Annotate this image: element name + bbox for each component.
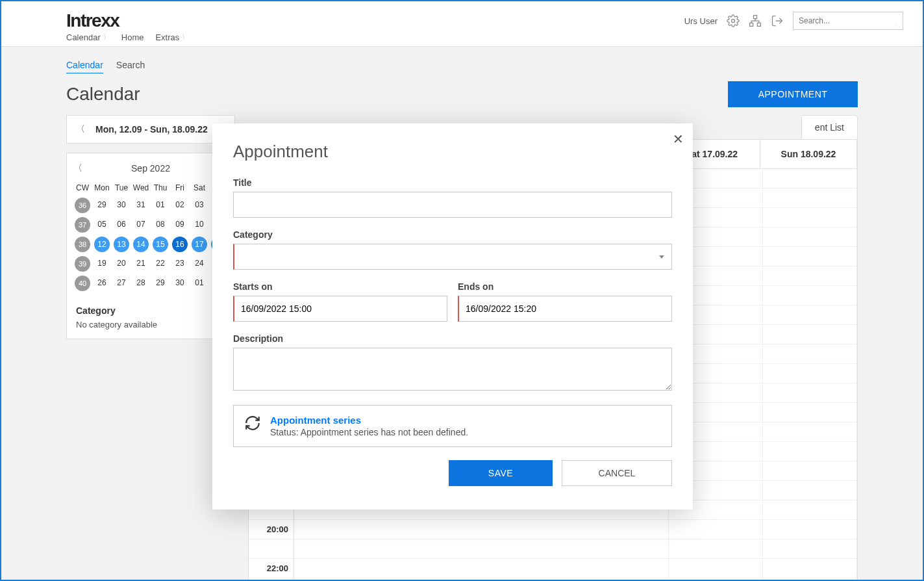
tab-calendar[interactable]: Calendar: [66, 60, 103, 73]
time-cell[interactable]: [763, 169, 857, 188]
time-cell[interactable]: [763, 500, 857, 519]
time-cell[interactable]: [669, 578, 763, 581]
nav-home[interactable]: Home: [121, 32, 144, 42]
mini-cal-day[interactable]: 23: [171, 255, 189, 273]
time-cell[interactable]: [763, 442, 857, 461]
mini-cal-day[interactable]: 06: [112, 216, 131, 234]
nav-extras[interactable]: Extras〉: [155, 32, 188, 42]
mini-cal-day[interactable]: 22: [151, 255, 169, 273]
time-cell[interactable]: [763, 286, 857, 305]
mini-cal-week[interactable]: 40: [75, 276, 90, 291]
mini-cal-week[interactable]: 37: [75, 217, 90, 233]
search-icon[interactable]: [896, 16, 897, 25]
time-row: 22:00: [249, 559, 857, 578]
title-input[interactable]: [233, 192, 672, 218]
mini-cal-day[interactable]: 28: [132, 274, 150, 292]
time-cell[interactable]: [669, 559, 763, 578]
time-cell[interactable]: [763, 247, 857, 266]
nav-calendar[interactable]: Calendar〉: [66, 32, 110, 42]
mini-cal-week[interactable]: 39: [75, 256, 90, 272]
time-cell[interactable]: [763, 325, 857, 344]
mini-cal-day[interactable]: 20: [112, 255, 131, 273]
time-cell[interactable]: [763, 188, 857, 207]
description-textarea[interactable]: [233, 348, 672, 391]
category-text: No category available: [76, 320, 225, 329]
time-cell[interactable]: [763, 305, 857, 324]
sitemap-icon[interactable]: [749, 14, 762, 27]
time-cell[interactable]: [294, 520, 669, 539]
mini-cal-day[interactable]: 05: [93, 216, 111, 234]
tab-search[interactable]: Search: [116, 60, 145, 73]
time-cell[interactable]: [763, 266, 857, 285]
mini-cal-day[interactable]: 08: [151, 216, 169, 234]
time-cell[interactable]: [763, 403, 857, 422]
mini-cal-day[interactable]: 15: [153, 237, 168, 252]
time-cell[interactable]: [763, 539, 857, 558]
prev-week-icon[interactable]: 〈: [76, 123, 85, 135]
time-cell[interactable]: [763, 578, 857, 581]
appointment-button[interactable]: APPOINTMENT: [728, 81, 858, 107]
mini-cal-day[interactable]: 30: [112, 196, 131, 214]
mini-cal-header: Tue: [112, 181, 131, 195]
mini-cal-day[interactable]: 24: [190, 255, 208, 273]
mini-cal-day[interactable]: 30: [171, 274, 189, 292]
label-description: Description: [233, 333, 672, 344]
mini-cal-day[interactable]: 10: [190, 216, 208, 234]
search-input[interactable]: [799, 16, 896, 25]
mini-cal-day[interactable]: 17: [192, 237, 207, 252]
time-label: [249, 539, 294, 558]
cancel-button[interactable]: CANCEL: [562, 460, 672, 486]
time-cell[interactable]: [294, 559, 669, 578]
time-cell[interactable]: [294, 539, 669, 558]
gear-icon[interactable]: [727, 14, 740, 27]
mini-cal-day[interactable]: 12: [94, 237, 110, 252]
mini-cal-day[interactable]: 01: [151, 196, 169, 214]
save-button[interactable]: SAVE: [449, 460, 553, 486]
time-cell[interactable]: [763, 344, 857, 363]
search-box[interactable]: [793, 12, 903, 30]
mini-cal-day[interactable]: 19: [93, 255, 111, 273]
series-link[interactable]: Appointment series: [270, 415, 468, 426]
time-cell[interactable]: [763, 461, 857, 480]
mini-cal-day[interactable]: 29: [93, 196, 111, 214]
ends-input[interactable]: [458, 296, 672, 322]
mini-cal-day[interactable]: 13: [114, 237, 129, 252]
logout-icon[interactable]: [771, 14, 784, 27]
svg-point-4: [896, 24, 897, 25]
daterange-text: Mon, 12.09 - Sun, 18.09.22: [95, 124, 208, 135]
starts-input[interactable]: [233, 296, 447, 322]
time-cell[interactable]: [669, 520, 763, 539]
close-icon[interactable]: ✕: [673, 131, 684, 147]
category-select[interactable]: [233, 244, 672, 270]
time-cell[interactable]: [763, 208, 857, 227]
mini-cal-day[interactable]: 31: [132, 196, 150, 214]
mini-cal-day[interactable]: 01: [190, 274, 208, 292]
mini-cal-day[interactable]: 27: [112, 274, 131, 292]
mini-cal-day[interactable]: 29: [151, 274, 169, 292]
mini-cal-day[interactable]: 26: [93, 274, 111, 292]
time-row: 20:00: [249, 520, 857, 539]
time-cell[interactable]: [294, 578, 669, 581]
mini-cal-day[interactable]: 21: [132, 255, 150, 273]
time-cell[interactable]: [763, 422, 857, 441]
mini-cal-header: CW: [73, 181, 92, 195]
mini-cal-week[interactable]: 36: [75, 198, 90, 213]
mini-cal-day[interactable]: 16: [172, 237, 188, 252]
time-cell[interactable]: [763, 227, 857, 246]
view-tab-list[interactable]: ent List: [801, 115, 858, 140]
time-cell[interactable]: [763, 383, 857, 402]
mini-cal-day[interactable]: 09: [171, 216, 189, 234]
mini-cal-day[interactable]: 03: [190, 196, 208, 214]
prev-month-icon[interactable]: 〈: [73, 162, 82, 174]
mini-cal-week[interactable]: 38: [75, 237, 90, 252]
mini-cal-header: Wed: [132, 181, 150, 195]
time-cell[interactable]: [763, 520, 857, 539]
mini-cal-day[interactable]: 02: [171, 196, 189, 214]
mini-cal-day[interactable]: 07: [132, 216, 150, 234]
series-box: Appointment series Status: Appointment s…: [233, 405, 672, 447]
time-cell[interactable]: [763, 559, 857, 578]
mini-cal-day[interactable]: 14: [133, 237, 149, 252]
time-cell[interactable]: [763, 364, 857, 383]
time-cell[interactable]: [669, 539, 763, 558]
time-cell[interactable]: [763, 481, 857, 500]
